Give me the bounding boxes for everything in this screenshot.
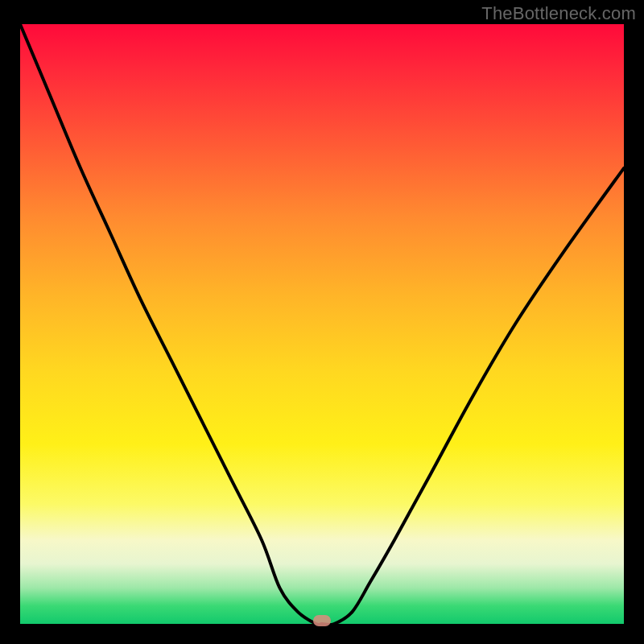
chart-container: TheBottleneck.com — [0, 0, 644, 644]
bottleneck-curve — [20, 24, 624, 624]
curve-path — [20, 24, 624, 625]
attribution-label: TheBottleneck.com — [481, 3, 636, 24]
plot-area — [20, 24, 624, 624]
optimal-point-marker — [313, 615, 331, 626]
